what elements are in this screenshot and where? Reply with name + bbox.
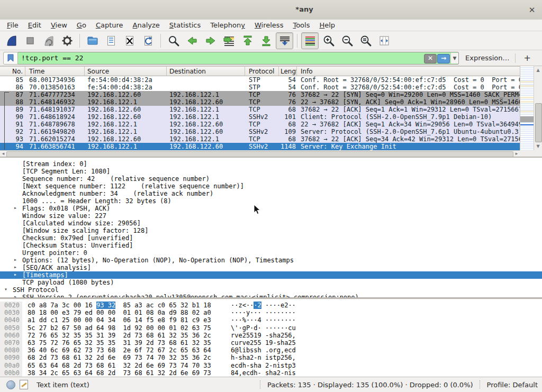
detail-line[interactable]: TCP payload (1080 bytes) — [0, 279, 542, 286]
start-capture-button[interactable] — [3, 32, 20, 49]
col-header-length[interactable]: Length — [279, 67, 297, 76]
col-header-info[interactable]: Info — [297, 67, 542, 76]
detail-line[interactable]: [Stream index: 0] — [0, 160, 542, 168]
menu-file[interactable]: File — [2, 20, 23, 30]
hex-row[interactable]: 008036 40 6c 69 62 73 73 68 2e 6f 72 67 … — [0, 347, 542, 354]
detail-line[interactable]: Window size value: 227 — [0, 212, 542, 220]
detail-line-flags[interactable]: ▸Flags: 0x018 (PSH, ACK) — [0, 205, 542, 212]
expander-icon[interactable]: ▸ — [14, 257, 17, 262]
go-first-packet-button[interactable] — [239, 32, 256, 49]
detail-line[interactable]: Acknowledgment number: 34 (relative ack … — [0, 190, 542, 197]
packet-row-89[interactable]: 8971.648191037192.168.122.60192.168.122.… — [0, 106, 520, 113]
detail-line[interactable]: Sequence number: 42 (relative sequence n… — [0, 175, 542, 183]
menu-go[interactable]: Go — [72, 20, 91, 30]
stop-capture-button[interactable] — [21, 32, 39, 49]
expression-button[interactable]: Expression… — [465, 54, 510, 62]
detail-line[interactable]: [Next sequence number: 1122 (relative se… — [0, 183, 542, 190]
capture-comment-icon[interactable] — [20, 380, 28, 389]
detail-line-ssh-protocol[interactable]: ▾SSH Protocol — [0, 286, 542, 294]
profile-button[interactable]: Profile: Default — [487, 381, 538, 389]
close-icon[interactable]: ✕ — [526, 4, 538, 16]
expander-icon[interactable]: ▸ — [14, 205, 17, 211]
detail-line-timestamps-selected[interactable]: ▸[Timestamps] — [0, 271, 542, 279]
detail-line[interactable]: Checksum: 0x79ed [unverified] — [0, 234, 542, 242]
restart-capture-button[interactable] — [40, 32, 57, 49]
detail-line-seq-ack[interactable]: ▸[SEQ/ACK analysis] — [0, 264, 542, 271]
hex-row[interactable]: 006072 76 65 32 35 35 31 39 2d 73 68 61 … — [0, 332, 542, 339]
resize-columns-button[interactable] — [375, 32, 393, 49]
go-forward-button[interactable] — [202, 32, 219, 49]
colorize-toggle[interactable] — [301, 32, 319, 49]
filter-apply-icon[interactable]: → — [437, 54, 450, 63]
menu-edit[interactable]: Edit — [23, 20, 46, 30]
filter-dropdown-icon[interactable]: ▼ — [450, 53, 458, 63]
zoom-reset-button[interactable] — [357, 32, 374, 49]
expert-info-icon[interactable] — [6, 380, 15, 389]
packet-row-87[interactable]: 8771.647777234192.168.122.60192.168.122.… — [0, 91, 520, 98]
hex-row[interactable]: 00b038 34 2c 65 63 64 68 2d 73 68 61 32 … — [0, 369, 542, 377]
go-last-packet-button[interactable] — [257, 32, 275, 49]
hex-row[interactable]: 007063 75 72 76 65 32 35 35 31 39 2d 73 … — [0, 339, 542, 347]
packet-row-94-selected[interactable]: 9471.663856741192.168.122.1192.168.122.6… — [0, 143, 520, 150]
menu-help[interactable]: Help — [314, 20, 340, 30]
packet-list-hscrollbar[interactable]: ◂ ▸ — [0, 150, 520, 157]
hex-row[interactable]: 0020c0 a8 7a 3c 00 16 93 32 85 a3 ac c0 … — [0, 302, 542, 309]
detail-line[interactable]: [TCP Segment Len: 1080] — [0, 168, 542, 175]
detail-line-ssh-version[interactable]: ▸SSH Version 2 (encryption:chacha20-poly… — [0, 294, 542, 297]
filter-clear-icon[interactable]: ✕ — [424, 54, 437, 63]
display-filter-input[interactable]: !tcp.port == 22 — [18, 52, 424, 64]
menu-telephony[interactable]: Telephony — [205, 20, 250, 30]
scroll-up-icon[interactable]: ▲ — [534, 67, 542, 74]
packet-row-86[interactable]: 8670.013850163fe:54:00:d4:38:2aSTP54Conf… — [0, 84, 520, 91]
detail-line[interactable]: [Calculated window size: 29056] — [0, 220, 542, 227]
packet-row-92[interactable]: 9271.661949820192.168.122.1192.168.122.6… — [0, 128, 520, 135]
detail-line[interactable]: [Window size scaling factor: 128] — [0, 227, 542, 234]
go-back-button[interactable] — [183, 32, 201, 49]
zoom-in-button[interactable] — [320, 32, 337, 49]
packet-row-91[interactable]: 9171.648789678192.168.122.1192.168.122.6… — [0, 121, 520, 128]
auto-scroll-toggle[interactable] — [276, 32, 293, 49]
scroll-down-icon[interactable]: ▼ — [534, 143, 542, 150]
menu-view[interactable]: View — [46, 20, 72, 30]
scroll-left-icon[interactable]: ◂ — [0, 151, 6, 157]
save-file-button[interactable] — [102, 32, 120, 49]
expander-icon[interactable]: ▸ — [14, 294, 17, 297]
packet-row-93[interactable]: 9371.662015274192.168.122.60192.168.122.… — [0, 135, 520, 143]
expander-icon[interactable]: ▾ — [4, 286, 7, 292]
reload-file-button[interactable] — [139, 32, 157, 49]
menu-analyze[interactable]: Analyze — [128, 20, 165, 30]
hex-row[interactable]: 009068 2d 73 68 61 32 2d 6e 69 73 74 70 … — [0, 354, 542, 361]
hex-row[interactable]: 00505c 27 b2 67 50 ad 64 98 1d 92 00 00 … — [0, 324, 542, 332]
menu-wireless[interactable]: Wireless — [250, 20, 288, 30]
intelligent-scrollbar-minimap[interactable] — [520, 66, 534, 150]
detail-line[interactable]: Urgent pointer: 0 — [0, 249, 542, 257]
capture-options-button[interactable] — [58, 32, 76, 49]
hex-row[interactable]: 0040a1 dd c1 25 00 00 04 34 06 14 f5 e8 … — [0, 316, 542, 324]
detail-line[interactable]: [Checksum Status: Unverified] — [0, 242, 542, 249]
detail-line[interactable]: 1000 .... = Header Length: 32 bytes (8) — [0, 197, 542, 205]
col-header-source[interactable]: Source — [85, 67, 167, 76]
col-header-no[interactable]: No. — [0, 67, 25, 76]
scroll-right-icon[interactable]: ▸ — [513, 151, 520, 157]
packet-row-90[interactable]: 9071.648618924192.168.122.60192.168.122.… — [0, 113, 520, 121]
hex-row[interactable]: 003080 18 00 e3 79 ed 00 00 01 01 08 0a … — [0, 309, 542, 316]
menu-statistics[interactable]: Statistics — [165, 20, 205, 30]
expander-icon[interactable]: ▸ — [14, 264, 17, 270]
menu-tools[interactable]: Tools — [288, 20, 314, 30]
open-file-button[interactable] — [84, 32, 101, 49]
add-filter-button[interactable]: + — [521, 53, 534, 63]
col-header-protocol[interactable]: Protocol — [245, 67, 279, 76]
detail-line-options[interactable]: ▸Options: (12 bytes), No-Operation (NOP)… — [0, 257, 542, 264]
expander-icon[interactable]: ▸ — [14, 271, 17, 277]
find-packet-button[interactable] — [165, 32, 182, 49]
col-header-destination[interactable]: Destination — [167, 67, 245, 76]
packet-row-85[interactable]: 8568.001734936fe:54:00:d4:38:2aSTP54Conf… — [0, 76, 520, 84]
go-to-packet-button[interactable] — [220, 32, 238, 49]
close-file-button[interactable] — [121, 32, 138, 49]
hex-row[interactable]: 00a065 63 64 68 2d 73 68 61 32 2d 6e 69 … — [0, 362, 542, 369]
filter-bookmark-button[interactable] — [3, 52, 18, 65]
menu-capture[interactable]: Capture — [91, 20, 128, 30]
zoom-out-button[interactable] — [338, 32, 356, 49]
packet-row-88[interactable]: 8871.648146932192.168.122.1192.168.122.6… — [0, 98, 520, 106]
col-header-time[interactable]: Time — [25, 67, 85, 76]
